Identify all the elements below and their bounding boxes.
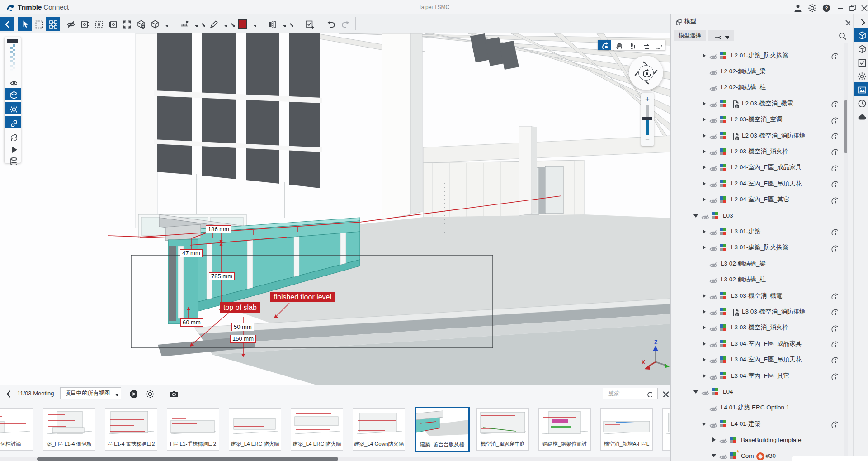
tree-row[interactable]: BaseBuildingTemplate: [671, 432, 852, 447]
window-restore-icon[interactable]: [847, 3, 856, 12]
tree-row[interactable]: L3 02-鋼結構_柱: [671, 271, 852, 287]
visibility-hidden-icon[interactable]: [718, 452, 730, 459]
visibility-hidden-icon[interactable]: [708, 228, 720, 235]
visibility-hidden-icon[interactable]: [708, 164, 720, 171]
visibility-hidden-icon[interactable]: [708, 324, 720, 331]
view-thumbnail[interactable]: 建築_窗台台版及檯: [415, 407, 470, 452]
tree-row[interactable]: L2 02-鋼結構_柱: [671, 80, 852, 95]
views-panel-close-icon[interactable]: [660, 389, 669, 397]
transparency-slider[interactable]: [5, 38, 21, 75]
visibility-hidden-icon[interactable]: [700, 388, 712, 395]
info-icon[interactable]: [830, 116, 838, 124]
markup-save-button[interactable]: [302, 17, 316, 31]
zoom-slider-handle[interactable]: [642, 117, 652, 120]
visibility-hidden-icon[interactable]: [708, 404, 720, 411]
expander-closed-icon[interactable]: [700, 197, 708, 202]
info-icon[interactable]: [830, 100, 838, 107]
visibility-hidden-icon[interactable]: [708, 100, 720, 107]
visibility-hidden-icon[interactable]: [708, 276, 720, 283]
tree-row[interactable]: L3 04-室內_F區_其它: [671, 368, 852, 384]
expander-closed-icon[interactable]: [700, 374, 708, 378]
visibility-hidden-icon[interactable]: [708, 84, 720, 91]
visibility-eye-button[interactable]: [5, 76, 21, 88]
view-thumbnail[interactable]: 建築_L4 ERC 防火隔: [291, 408, 343, 451]
merge-mode-dropdown[interactable]: [708, 30, 734, 41]
expander-closed-icon[interactable]: [700, 309, 708, 314]
panel-tab-objects-cube[interactable]: [854, 42, 868, 55]
panel-tab-views-image[interactable]: [854, 82, 868, 96]
model-panel-close-icon[interactable]: [843, 18, 850, 25]
unlink-objects-button[interactable]: [5, 130, 21, 143]
markup-pen-button[interactable]: [206, 17, 220, 31]
view-thumbnail[interactable]: 區 L1-4 電扶梯洞口2: [105, 408, 157, 451]
views-filter-dropdown[interactable]: 项目中的所有视图: [60, 387, 121, 399]
visibility-hidden-icon[interactable]: [708, 116, 720, 123]
visibility-hidden-icon[interactable]: [718, 436, 730, 443]
hide-objects-button[interactable]: [63, 17, 77, 31]
tree-row[interactable]: L3 04-室內_F區_成品家具: [671, 336, 852, 352]
clear-x-button[interactable]: [228, 17, 236, 31]
tree-row[interactable]: L2 03-機空消_機電: [671, 95, 852, 111]
expander-open-icon[interactable]: [710, 453, 718, 458]
info-icon[interactable]: [830, 228, 838, 235]
info-icon[interactable]: [830, 147, 838, 155]
visibility-hidden-icon[interactable]: [708, 68, 720, 75]
window-minimize-icon[interactable]: [835, 3, 844, 12]
view-cube-button[interactable]: [147, 17, 161, 31]
help-icon[interactable]: [821, 3, 830, 12]
tree-row[interactable]: L4 01-建築: [671, 416, 852, 432]
info-icon[interactable]: [830, 420, 838, 428]
3d-scene[interactable]: Z Y X: [0, 33, 670, 385]
view-thumbnail[interactable]: L9 包柱討論: [0, 408, 33, 451]
expander-closed-icon[interactable]: [700, 325, 708, 330]
view-thumbnail[interactable]: 機: [662, 408, 670, 451]
expander-open-icon[interactable]: [692, 390, 700, 394]
model-cube-button[interactable]: [5, 88, 21, 100]
expander-closed-icon[interactable]: [700, 149, 708, 154]
info-icon[interactable]: [830, 372, 838, 380]
view-thumbnail[interactable]: 建築_L4 ERC 防火隔: [229, 408, 281, 451]
tree-row[interactable]: L2 04-室內_F區_其它: [671, 192, 852, 208]
turn-arrows-nav-button[interactable]: [638, 40, 652, 50]
transparency-slider-handle[interactable]: [7, 39, 18, 43]
caret-down-button[interactable]: [161, 17, 169, 31]
markup-color-swatch-button[interactable]: [236, 17, 250, 31]
tree-row[interactable]: L3 02-鋼結構_梁: [671, 256, 852, 271]
info-icon[interactable]: [830, 132, 838, 139]
show-hidden-view-button[interactable]: [91, 17, 105, 31]
expander-closed-icon[interactable]: [700, 181, 708, 186]
visibility-hidden-icon[interactable]: [708, 52, 720, 59]
nav-up-icon[interactable]: [643, 58, 649, 65]
views-search-box[interactable]: [603, 388, 658, 399]
area-select-button[interactable]: [46, 17, 60, 31]
visibility-hidden-icon[interactable]: [708, 196, 720, 203]
model-tree-scrollbar-thumb[interactable]: [844, 100, 847, 153]
view-thumbnail[interactable]: 機空消_新增A-F區L: [600, 408, 653, 451]
fullscreen-expand-nav-button[interactable]: [652, 40, 665, 50]
model-tree-scrollbar[interactable]: [844, 43, 848, 461]
visibility-hidden-icon[interactable]: [708, 292, 720, 299]
visibility-hidden-icon[interactable]: [708, 356, 720, 363]
tree-row[interactable]: L2 02-鋼結構_梁: [671, 63, 852, 79]
zoom-track-upper[interactable]: [646, 105, 649, 118]
view-thumbnail[interactable]: 築_F區 L1-4 側包板: [43, 408, 95, 451]
visibility-hidden-icon[interactable]: [708, 180, 720, 187]
tree-row[interactable]: L2 04-室內_F區_吊頂天花: [671, 176, 852, 191]
visibility-hidden-icon[interactable]: [708, 308, 720, 315]
tree-row[interactable]: L4 01-建築 ERC Option 1: [671, 400, 852, 416]
tree-row[interactable]: L3 01-建築: [671, 223, 852, 239]
walk-steps-nav-button[interactable]: [625, 40, 638, 50]
navigation-wheel[interactable]: [629, 56, 663, 90]
info-icon[interactable]: [830, 340, 838, 347]
select-cursor-button[interactable]: [18, 17, 32, 31]
panel-tab-issues-gear[interactable]: [854, 69, 868, 82]
nav-right-icon[interactable]: [654, 70, 660, 76]
orbit-nav-button[interactable]: [598, 40, 611, 50]
view-thumbnail[interactable]: 鋼結構_鋼梁位置討: [538, 408, 591, 451]
info-icon[interactable]: [830, 164, 838, 171]
nav-orbit-icon[interactable]: [642, 68, 651, 77]
info-icon[interactable]: [830, 324, 838, 332]
expander-closed-icon[interactable]: [700, 101, 708, 106]
expander-open-icon[interactable]: [700, 422, 708, 426]
section-box-button[interactable]: [133, 17, 147, 31]
